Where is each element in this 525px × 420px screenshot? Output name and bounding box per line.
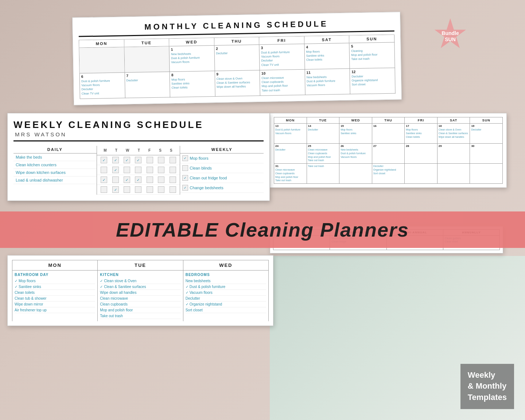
daily-schedule-card: MON TUE WED BATHROOM DAY ✓ Mop floors ✓ …: [7, 255, 273, 326]
check-cell[interactable]: [147, 186, 153, 193]
daily-grid: MON TUE WED BATHROOM DAY ✓ Mop floors ✓ …: [12, 260, 269, 321]
list-item: Clean microwave: [100, 296, 180, 302]
check-cell[interactable]: [158, 176, 164, 183]
list-item: ✓ Dust & polish furniture: [186, 284, 266, 290]
weekly-section: WEEKLY ✓ Mop floors Clean blinds ✓ Clean…: [180, 146, 264, 195]
table-row: MON: [274, 117, 307, 124]
check-cell[interactable]: [182, 165, 188, 171]
check-cell[interactable]: ✓: [112, 186, 119, 193]
check-cell[interactable]: [101, 167, 107, 173]
list-item: ✓ Mop floors: [180, 153, 264, 163]
bottom-badge: Weekly& MonthlyTemplates: [460, 364, 514, 409]
table-row: 30: [470, 144, 503, 164]
days-header: MTWTFSS: [97, 146, 180, 155]
list-item: Take out trash: [100, 313, 180, 319]
checkmarks-row: ✓: [97, 185, 180, 195]
monthly-right-grid: MON TUE WED THU FRI SAT SUN 13 Dust & po…: [274, 117, 503, 184]
check-cell[interactable]: [135, 167, 141, 173]
mon-header: MON: [79, 39, 124, 48]
check-cell[interactable]: [101, 186, 107, 193]
table-row: TUE: [307, 117, 340, 124]
monthly-cleaning-card: MONTHLY CLEANING SCHEDULE MON TUE WED TH…: [72, 12, 402, 105]
table-row: 16: [372, 124, 405, 144]
checks-section: MTWTFSS ✓ ✓ ✓ ✓ ✓: [97, 146, 180, 195]
check-cell[interactable]: ✓: [124, 157, 130, 163]
table-row: 3 Dust & polish furniture Vacuum floors …: [260, 44, 305, 70]
list-item: Declutter: [186, 296, 266, 302]
check-cell[interactable]: [170, 157, 176, 163]
check-cell[interactable]: ✓: [124, 176, 130, 183]
monthly-grid: MON TUE WED THU FRI SAT SUN 1 New bedshe…: [79, 34, 396, 99]
check-cell[interactable]: ✓: [182, 155, 188, 161]
check-cell[interactable]: ✓: [101, 157, 107, 163]
table-row: [79, 47, 125, 73]
table-row: 31 Clean microwave Clean cupboards Mop a…: [274, 164, 307, 184]
table-row: [405, 164, 438, 184]
bundle-badge-text: BundleSUN: [442, 30, 459, 43]
banner-text: EDITABLE Cleaning Planners: [116, 218, 409, 241]
list-item: ✓ Vacuum floors: [186, 290, 266, 296]
table-row: 9 Clean stove & Oven Clean & Sanitiee su…: [215, 70, 260, 97]
check-cell[interactable]: ✓: [182, 185, 188, 191]
check-cell[interactable]: [158, 167, 164, 173]
wed-col-header: WED: [183, 260, 269, 271]
table-row: 24 Declutter: [274, 144, 307, 164]
check-cell[interactable]: [147, 176, 153, 183]
check-cell[interactable]: [170, 167, 176, 173]
list-item: Clean cupboards: [100, 302, 180, 307]
category-label: KITCHEN: [100, 273, 180, 277]
wed-header: WED: [169, 38, 214, 46]
list-item: Clean tub & shower: [15, 296, 95, 302]
checkmarks-row: ✓ ✓ ✓: [97, 175, 180, 185]
table-row: 19 Declutter: [470, 124, 503, 144]
table-row: 2 Declutter: [214, 45, 260, 71]
table-row: WED: [339, 117, 372, 124]
table-row: 25 Clean microwave Clean cupboards Mop a…: [307, 144, 340, 164]
table-row: 28: [405, 144, 438, 164]
mon-col-body: BATHROOM DAY ✓ Mop floors ✓ Sanitiee sin…: [12, 271, 98, 321]
category-label: BATHROOM DAY: [15, 273, 95, 277]
check-cell[interactable]: [158, 186, 164, 193]
check-cell[interactable]: ✓: [112, 157, 119, 163]
category-label: BEDROOMS: [186, 273, 266, 277]
table-row: 8 Mop floors Sanitiee sinks Clean toilet…: [170, 71, 215, 97]
daily-header: DAILY: [13, 146, 97, 153]
check-cell[interactable]: [112, 176, 119, 183]
check-cell[interactable]: [170, 176, 176, 183]
check-cell[interactable]: [135, 186, 141, 193]
check-cell[interactable]: [147, 157, 153, 163]
table-row: [339, 164, 372, 184]
sat-header: SAT: [304, 36, 350, 44]
check-cell[interactable]: ✓: [101, 176, 107, 183]
weekly-subtitle: MRS WATSON: [15, 131, 264, 137]
list-item: Clean blinds: [180, 163, 264, 173]
list-item: Clean toilets: [15, 290, 95, 296]
check-cell[interactable]: ✓: [182, 175, 188, 181]
fri-header: FRI: [259, 36, 304, 45]
list-item: New bedsheets: [186, 278, 266, 284]
check-cell[interactable]: [170, 186, 176, 193]
table-row: 29: [438, 144, 470, 164]
table-row: FRI: [405, 117, 438, 124]
table-row: 1 New bedsheets Dust & polish furniture …: [170, 46, 215, 72]
check-cell[interactable]: [158, 157, 164, 163]
check-cell[interactable]: ✓: [135, 157, 141, 163]
list-item: ✓ Organize nightstand: [186, 302, 266, 307]
list-item: Sort closet: [186, 307, 266, 313]
table-row: 14 Declutter: [307, 124, 340, 144]
check-cell[interactable]: [124, 167, 130, 173]
table-row: SUN: [470, 117, 503, 124]
check-cell[interactable]: [124, 186, 130, 193]
sun-header: SUN: [349, 35, 394, 43]
table-row: 17 Mop floors Sanitiee sinks Clean toile…: [405, 124, 438, 144]
list-item: ✓ Mop floors: [15, 278, 95, 284]
list-item: ✓ Clean out fridge food: [180, 173, 264, 183]
table-row: THU: [372, 117, 405, 124]
weekly-cleaning-card: WEEKLY CLEANING SCHEDULE MRS WATSON DAIL…: [7, 113, 270, 201]
checkmarks-row: ✓: [97, 165, 180, 175]
check-cell[interactable]: ✓: [112, 167, 119, 173]
table-row: Declutter Organize nightstand Sort close…: [372, 164, 405, 184]
list-item: Mop and polish floor: [100, 307, 180, 313]
check-cell[interactable]: ✓: [135, 176, 141, 183]
check-cell[interactable]: [147, 167, 153, 173]
